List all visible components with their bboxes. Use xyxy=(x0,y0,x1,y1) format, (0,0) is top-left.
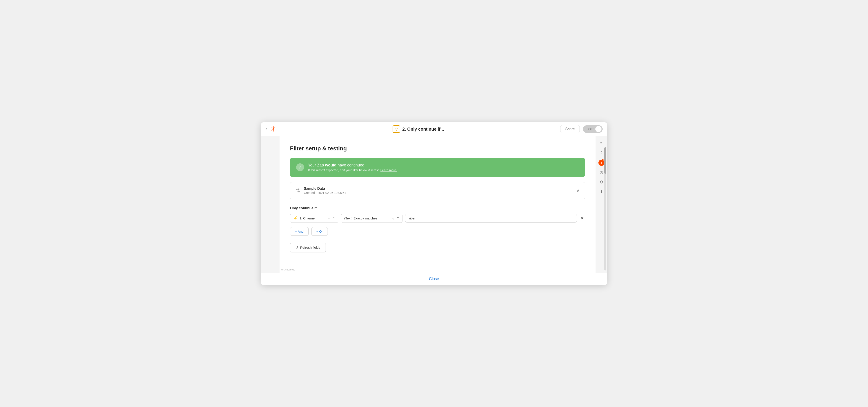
sample-data-left: ⚗ Sample Data Created - 2021-02-05 19:06… xyxy=(296,187,346,195)
app-window: ‹ ✳ ▽ 2. Only continue if... Share OFF F… xyxy=(261,122,607,285)
sample-data-info: Sample Data Created - 2021-02-05 19:06:5… xyxy=(304,187,346,195)
sample-data-name: Sample Data xyxy=(304,187,346,191)
bottom-bar: Close xyxy=(261,273,607,285)
sample-data-box[interactable]: ⚗ Sample Data Created - 2021-02-05 19:06… xyxy=(290,182,585,199)
back-button[interactable]: ‹ xyxy=(266,126,267,132)
filter-value-box[interactable]: viber xyxy=(405,214,577,223)
learn-more-link[interactable]: Learn more. xyxy=(380,168,397,172)
sample-data-date: Created - 2021-02-05 19:06:51 xyxy=(304,191,346,195)
version-label: ver. 5e0b5ee0 xyxy=(281,268,295,271)
left-sidebar xyxy=(261,136,279,273)
page-title-header: 2. Only continue if... xyxy=(402,127,444,132)
filter-setup-title: Filter setup & testing xyxy=(290,145,585,152)
success-banner: ✓ Your Zap would have continued If this … xyxy=(290,158,585,177)
filter-field-icon: ⚡ xyxy=(293,216,298,220)
main-layout: Filter setup & testing ✓ Your Zap would … xyxy=(261,136,607,273)
filter-label: Only continue if... xyxy=(290,206,585,210)
or-button[interactable]: + Or xyxy=(311,227,328,236)
center-content: Filter setup & testing ✓ Your Zap would … xyxy=(279,136,596,273)
filter-operator-selector[interactable]: (Text) Exactly matches ⌄ ⌃ xyxy=(341,214,402,223)
chevron-down-icon[interactable]: ∨ xyxy=(576,188,580,193)
toggle-label: OFF xyxy=(588,127,594,131)
refresh-fields-button[interactable]: ↺ Refresh fields xyxy=(290,243,326,253)
step-icon: ▽ xyxy=(393,125,400,133)
zapier-logo: ✳ xyxy=(271,125,276,133)
close-button[interactable]: Close xyxy=(429,277,439,281)
share-button[interactable]: Share xyxy=(560,125,580,133)
top-bar: ‹ ✳ ▽ 2. Only continue if... Share OFF xyxy=(261,122,607,136)
back-icon: ‹ xyxy=(266,126,267,132)
top-bar-center: ▽ 2. Only continue if... xyxy=(393,125,444,133)
toggle-switch[interactable]: OFF xyxy=(583,125,602,133)
field-selector-arrow2: ⌃ xyxy=(332,216,335,220)
filter-row: ⚡ 1. Channel ⌄ ⌃ (Text) Exactly matches … xyxy=(290,214,585,223)
operator-selector-arrow: ⌄ xyxy=(392,216,395,220)
refresh-label: Refresh fields xyxy=(300,245,320,249)
success-text: Your Zap would have continued If this wa… xyxy=(308,163,397,172)
top-bar-right: Share OFF xyxy=(560,125,602,133)
filter-field-selector[interactable]: ⚡ 1. Channel ⌄ ⌃ xyxy=(290,214,338,223)
success-bold: would xyxy=(325,163,336,167)
operator-selector-arrow2: ⌃ xyxy=(396,216,399,220)
and-button[interactable]: + And xyxy=(290,227,309,236)
toggle-knob xyxy=(595,126,601,132)
flask-icon: ⚗ xyxy=(296,187,300,194)
menu-icon[interactable]: ≡ xyxy=(597,139,606,148)
field-selector-arrow: ⌄ xyxy=(328,216,331,220)
refresh-icon: ↺ xyxy=(296,245,298,250)
scrollbar-thumb[interactable] xyxy=(604,147,606,174)
and-or-row: + And + Or xyxy=(290,227,585,236)
scrollbar-track xyxy=(604,147,606,270)
top-bar-left: ‹ ✳ xyxy=(266,125,276,133)
filter-remove-button[interactable]: ✕ xyxy=(580,214,585,222)
right-sidebar: ≡ ? ! ◷ ⚙ ℹ xyxy=(596,136,607,273)
filter-field-text: 1. Channel xyxy=(300,216,326,220)
success-sub-line: If this wasn't expected, edit your filte… xyxy=(308,168,397,172)
success-main-line: Your Zap would have continued xyxy=(308,163,397,168)
filter-operator-text: (Text) Exactly matches xyxy=(344,216,390,220)
success-check-icon: ✓ xyxy=(296,163,304,171)
